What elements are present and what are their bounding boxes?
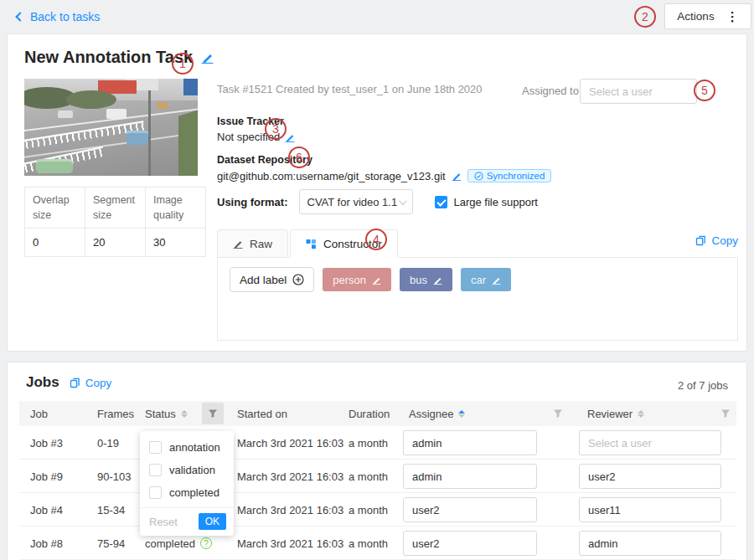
green-car	[36, 159, 73, 173]
annotation-checkbox[interactable]	[149, 441, 162, 454]
label-chip-car[interactable]: car	[461, 268, 511, 291]
ok-button[interactable]: OK	[199, 513, 226, 530]
assigned-to-input[interactable]	[580, 79, 697, 104]
repository-url: git@github.com:username/git_storage_v123…	[217, 170, 446, 182]
copy-labels-link[interactable]: Copy	[695, 234, 738, 247]
param-header-segment: Segment size	[85, 188, 146, 229]
job-started: March 3rd 2021 16:03	[237, 493, 343, 527]
sort-icon[interactable]	[181, 410, 188, 418]
sync-status-badge[interactable]: Synchronized	[467, 169, 552, 182]
col-status[interactable]: Status	[145, 401, 188, 426]
question-circle-icon	[200, 537, 212, 549]
jobs-card: Jobs Copy 2 of 7 jobs Job Frames Status …	[7, 362, 747, 560]
job-row: Job #4 15-34 March 3rd 2021 16:03 a mont…	[19, 493, 736, 527]
large-file-support-checkbox[interactable]	[435, 196, 447, 208]
reviewer-input[interactable]	[579, 464, 721, 489]
filter-option-label: annotation	[169, 441, 220, 454]
format-select[interactable]: CVAT for video 1.1	[299, 189, 413, 214]
back-to-tasks-link[interactable]: Back to tasks	[17, 10, 100, 23]
assignee-input[interactable]	[403, 531, 537, 556]
jobs-title: Jobs	[26, 374, 59, 391]
back-to-tasks-label: Back to tasks	[30, 10, 100, 23]
check-circle-icon	[474, 172, 483, 181]
label-name: bus	[410, 274, 427, 286]
job-started: March 3rd 2021 16:03	[237, 460, 343, 493]
white-van	[106, 109, 127, 119]
col-started-on: Started on	[237, 401, 287, 426]
validation-checkbox[interactable]	[149, 464, 162, 476]
build-icon	[306, 239, 317, 249]
annotation-marker-2: 2	[634, 6, 656, 28]
edit-repository-icon[interactable]	[452, 171, 462, 181]
job-frames: 0-19	[97, 426, 119, 460]
add-label-button[interactable]: Add label	[230, 267, 314, 292]
copy-icon	[695, 235, 706, 246]
job-frames: 90-103	[97, 460, 131, 493]
status-filter-icon[interactable]	[202, 403, 224, 424]
param-value-quality: 30	[146, 229, 206, 257]
status-filter-dropdown: annotation validation completed Reset OK	[140, 431, 234, 536]
param-value-overlap: 0	[25, 229, 85, 257]
pencil-icon	[233, 239, 243, 249]
job-duration: a month	[349, 426, 388, 460]
sort-icon[interactable]	[638, 410, 644, 418]
actions-label: Actions	[677, 10, 714, 23]
annotation-marker-3: 3	[265, 118, 287, 140]
completed-checkbox[interactable]	[149, 486, 162, 499]
using-format-label: Using format:	[217, 196, 288, 208]
label-name: car	[471, 274, 486, 286]
reviewer-input[interactable]	[579, 430, 721, 455]
actions-button[interactable]: Actions ⋮	[664, 3, 751, 29]
back-chevron-icon	[15, 12, 24, 21]
col-duration: Duration	[349, 401, 390, 426]
job-row: Job #3 0-19 March 3rd 2021 16:03 a month	[19, 426, 736, 460]
job-row: Job #9 90-103 March 3rd 2021 16:03 a mon…	[19, 460, 736, 493]
reviewer-input[interactable]	[579, 531, 721, 556]
col-frames: Frames	[97, 401, 134, 426]
param-header-overlap: Overlap size	[25, 188, 85, 229]
plus-circle-icon	[292, 274, 304, 285]
filter-option-label: validation	[169, 464, 215, 476]
edit-issue-tracker-icon[interactable]	[285, 132, 295, 142]
task-title-text: New Annotation Task	[24, 48, 193, 67]
sync-status-text: Synchronized	[487, 171, 545, 181]
annotation-marker-6: 6	[288, 146, 310, 168]
annotation-marker-1: 1	[172, 53, 194, 74]
job-row: Job #8 75-94 completed March 3rd 2021 16…	[19, 527, 736, 560]
reviewer-filter-icon[interactable]	[715, 403, 736, 424]
reset-button[interactable]: Reset	[149, 516, 178, 528]
pencil-icon	[433, 275, 442, 285]
job-link[interactable]: Job #9	[30, 460, 63, 493]
assignee-input[interactable]	[403, 464, 537, 489]
job-link[interactable]: Job #8	[30, 527, 63, 560]
reviewer-input[interactable]	[579, 497, 721, 522]
copy-jobs-text: Copy	[85, 377, 112, 389]
sort-icon-active[interactable]	[458, 410, 465, 418]
assignee-input[interactable]	[403, 497, 537, 522]
large-file-support-label: Large file support	[454, 196, 538, 208]
tab-raw[interactable]: Raw	[217, 229, 288, 258]
label-chip-person[interactable]: person	[323, 268, 391, 291]
job-link[interactable]: Job #3	[30, 426, 63, 460]
task-meta: Task #1521 Created by test_user_1 on Jun…	[217, 83, 483, 95]
label-name: person	[333, 274, 366, 286]
assignee-input[interactable]	[403, 430, 537, 455]
col-reviewer[interactable]: Reviewer	[587, 401, 644, 426]
tree	[66, 90, 116, 109]
task-preview-image	[24, 79, 198, 176]
col-assignee[interactable]: Assignee	[409, 401, 465, 426]
filter-option-validation[interactable]: validation	[140, 459, 234, 481]
jobs-table-header: Job Frames Status Started on Duration As…	[19, 401, 736, 426]
annotation-marker-5: 5	[694, 80, 715, 101]
format-row: Using format: CVAT for video 1.1 Large f…	[217, 189, 538, 214]
copy-jobs-link[interactable]: Copy	[70, 377, 112, 389]
annotation-marker-4: 4	[365, 229, 387, 250]
add-label-text: Add label	[240, 274, 287, 286]
filter-option-annotation[interactable]: annotation	[140, 436, 234, 459]
param-value-segment: 20	[85, 229, 146, 257]
filter-option-completed[interactable]: completed	[140, 481, 234, 504]
param-header-quality: Image quality	[146, 188, 206, 229]
label-chip-bus[interactable]: bus	[400, 268, 452, 291]
job-link[interactable]: Job #4	[30, 493, 63, 527]
assignee-filter-icon[interactable]	[547, 403, 569, 424]
